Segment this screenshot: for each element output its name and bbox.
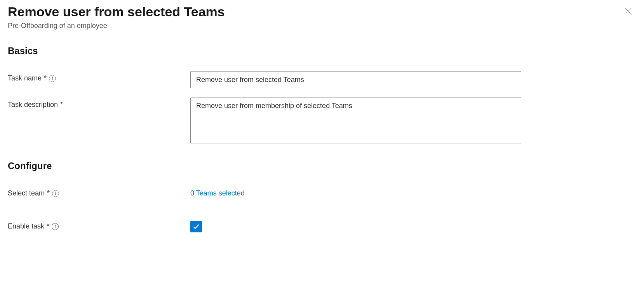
- required-indicator: *: [44, 74, 47, 82]
- required-indicator: *: [47, 222, 49, 230]
- task-description-label: Task description: [8, 101, 58, 109]
- panel-subtitle: Pre-Offboarding of an employee: [8, 22, 225, 30]
- task-name-row: Task name * i: [8, 71, 636, 88]
- info-icon[interactable]: i: [52, 190, 59, 197]
- select-team-row: Select team * i 0 Teams selected: [8, 186, 636, 197]
- enable-task-checkbox-wrap: [190, 219, 521, 232]
- task-name-label-col: Task name * i: [8, 71, 190, 82]
- panel-title: Remove user from selected Teams: [8, 3, 225, 20]
- panel-header: Remove user from selected Teams Pre-Offb…: [8, 0, 636, 30]
- teams-selected-link[interactable]: 0 Teams selected: [190, 186, 245, 197]
- select-team-value-col: 0 Teams selected: [190, 186, 521, 197]
- select-team-label-col: Select team * i: [8, 186, 190, 197]
- task-description-row: Task description *: [8, 98, 636, 145]
- select-team-label: Select team: [8, 189, 45, 197]
- task-panel: Remove user from selected Teams Pre-Offb…: [8, 0, 636, 232]
- task-name-value-col: [190, 71, 521, 88]
- required-indicator: *: [60, 101, 63, 109]
- task-name-label: Task name: [8, 74, 42, 82]
- enable-task-row: Enable task * i: [8, 219, 636, 232]
- header-text-block: Remove user from selected Teams Pre-Offb…: [8, 3, 225, 30]
- info-icon[interactable]: i: [52, 223, 59, 230]
- task-description-label-col: Task description *: [8, 98, 190, 109]
- enable-task-value-col: [190, 219, 521, 232]
- basics-heading: Basics: [8, 45, 636, 56]
- enable-task-label: Enable task: [8, 222, 44, 230]
- info-icon[interactable]: i: [49, 75, 56, 82]
- task-description-input[interactable]: [190, 98, 521, 143]
- configure-heading: Configure: [8, 160, 636, 171]
- checkmark-icon: [192, 223, 200, 230]
- configure-section: Select team * i 0 Teams selected Enable …: [8, 186, 636, 232]
- enable-task-checkbox[interactable]: [190, 221, 202, 232]
- close-icon: [624, 7, 632, 16]
- required-indicator: *: [47, 189, 50, 197]
- close-button[interactable]: [622, 5, 634, 18]
- task-name-input[interactable]: [190, 71, 521, 88]
- task-description-value-col: [190, 98, 521, 145]
- enable-task-label-col: Enable task * i: [8, 219, 190, 230]
